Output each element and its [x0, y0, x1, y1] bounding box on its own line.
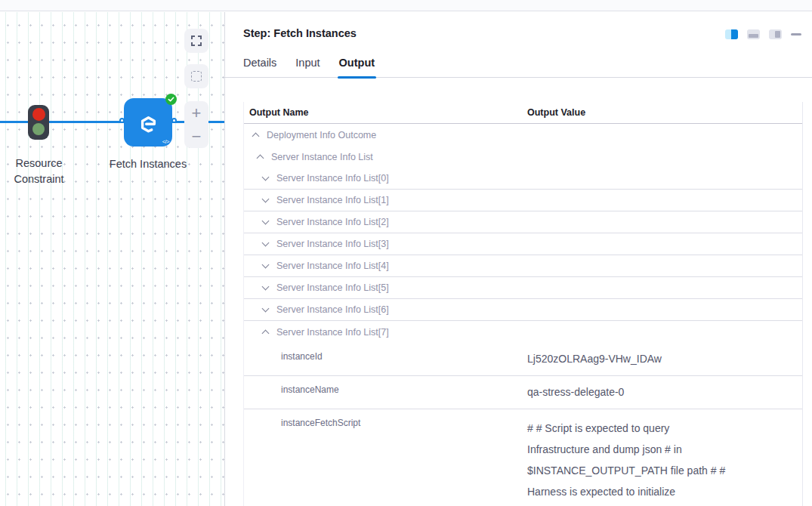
- column-header-output-name: Output Name: [244, 107, 527, 118]
- tab-input[interactable]: Input: [295, 57, 320, 77]
- output-value: Lj520zOLRAag9-VHw_IDAw: [527, 351, 802, 366]
- code-icon: </>: [162, 138, 169, 145]
- panel-view-controls: [725, 29, 801, 39]
- output-name: Deployment Info Outcome: [267, 130, 376, 140]
- marquee-select-button[interactable]: [184, 64, 208, 88]
- input-port-icon[interactable]: [119, 118, 125, 123]
- output-row: instanceIdLj520zOLRAag9-VHw_IDAw: [244, 343, 802, 376]
- output-port-icon[interactable]: [171, 118, 177, 123]
- split-view-icon[interactable]: [725, 29, 738, 39]
- output-value: qa-stress-delegate-0: [527, 384, 802, 400]
- zoom-in-button[interactable]: +: [184, 101, 208, 125]
- output-name: instanceName: [281, 384, 339, 395]
- chevron-down-icon[interactable]: [262, 305, 270, 313]
- step-details-panel: Step: Fetch Instances Details Input Outp…: [225, 12, 812, 506]
- app-screen: Resource Constraint </> Fetch Instances: [0, 0, 812, 506]
- output-name: Server Instance Info List[7]: [276, 327, 389, 338]
- output-name: instanceId: [281, 351, 323, 362]
- zoom-out-button[interactable]: −: [184, 125, 208, 148]
- output-name: Server Instance Info List[2]: [276, 217, 389, 227]
- output-row: instanceFetchScript# # Script is expecte…: [244, 409, 802, 506]
- marquee-icon: [191, 71, 202, 82]
- output-row[interactable]: Server Instance Info List[2]: [244, 211, 802, 233]
- success-check-icon: [165, 94, 177, 105]
- output-name: Server Instance Info List[0]: [276, 173, 389, 184]
- zoom-controls: + −: [184, 101, 208, 148]
- pipeline-canvas[interactable]: Resource Constraint </> Fetch Instances: [0, 12, 225, 506]
- tab-details[interactable]: Details: [243, 57, 276, 77]
- minimize-icon[interactable]: [791, 33, 801, 35]
- chevron-down-icon[interactable]: [262, 218, 270, 225]
- output-name: instanceFetchScript: [281, 418, 360, 428]
- output-name: Server Instance Info List[5]: [276, 282, 389, 293]
- active-tab-underline: [338, 76, 377, 79]
- panel-header: Step: Fetch Instances: [225, 12, 812, 39]
- chevron-up-icon[interactable]: [257, 154, 264, 162]
- output-name: Server Instance Info List: [271, 152, 373, 162]
- top-bar: [0, 0, 812, 11]
- chevron-up-icon[interactable]: [262, 329, 270, 337]
- fullscreen-icon: [190, 35, 202, 47]
- output-table-body: Deployment Info OutcomeServer Instance I…: [244, 124, 802, 506]
- output-row[interactable]: Server Instance Info List[0]: [244, 168, 802, 190]
- chevron-down-icon[interactable]: [262, 174, 270, 181]
- chevron-down-icon[interactable]: [262, 283, 270, 291]
- output-row[interactable]: Deployment Info Outcome: [244, 124, 802, 146]
- harness-step-icon: [138, 113, 159, 133]
- chevron-down-icon[interactable]: [262, 196, 270, 203]
- output-table: Output Name Output Value Deployment Info…: [243, 102, 803, 506]
- node-fetch-instances[interactable]: </>: [124, 98, 172, 147]
- chevron-down-icon[interactable]: [262, 239, 270, 247]
- output-row[interactable]: Server Instance Info List[7]: [244, 321, 802, 343]
- bottom-panel-view-icon[interactable]: [747, 29, 760, 39]
- chevron-up-icon[interactable]: [252, 132, 260, 140]
- column-header-output-value: Output Value: [527, 107, 802, 118]
- output-table-header: Output Name Output Value: [244, 102, 802, 124]
- tab-output-label: Output: [339, 57, 375, 69]
- chevron-down-icon[interactable]: [262, 261, 270, 269]
- output-value: # # Script is expected to queryInfrastru…: [527, 418, 802, 506]
- fullscreen-button[interactable]: [184, 29, 208, 53]
- panel-title: Step: Fetch Instances: [243, 27, 725, 39]
- tab-bar: Details Input Output: [225, 57, 812, 78]
- output-name: Server Instance Info List[4]: [276, 261, 389, 271]
- output-name: Server Instance Info List[3]: [276, 239, 389, 249]
- output-row[interactable]: Server Instance Info List[6]: [244, 299, 802, 321]
- output-row[interactable]: Server Instance Info List[5]: [244, 277, 802, 299]
- traffic-light-red-icon: [32, 108, 45, 121]
- right-panel-view-icon[interactable]: [769, 29, 782, 39]
- output-row[interactable]: Server Instance Info List[3]: [244, 233, 802, 255]
- tab-output[interactable]: Output: [339, 57, 375, 77]
- node-resource-constraint[interactable]: [28, 105, 49, 140]
- output-row[interactable]: Server Instance Info List[1]: [244, 190, 802, 211]
- output-name: Server Instance Info List[6]: [276, 304, 389, 315]
- output-name: Server Instance Info List[1]: [276, 195, 389, 205]
- resource-constraint-label: Resource Constraint: [0, 156, 78, 187]
- output-row: instanceNameqa-stress-delegate-0: [244, 376, 802, 409]
- output-row[interactable]: Server Instance Info List: [244, 146, 802, 168]
- output-row[interactable]: Server Instance Info List[4]: [244, 255, 802, 277]
- traffic-light-green-icon: [32, 123, 45, 135]
- fetch-instances-label: Fetch Instances: [88, 156, 208, 172]
